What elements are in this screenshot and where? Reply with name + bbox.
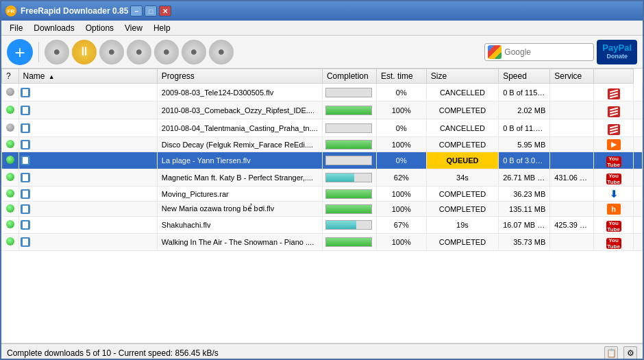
progress-cell xyxy=(322,101,376,119)
service-cell: YouTube xyxy=(594,217,634,234)
maximize-button[interactable]: □ xyxy=(145,5,157,16)
col-header-name[interactable]: Name ▲ xyxy=(18,69,157,84)
status-cell xyxy=(2,137,19,152)
icon-cell-1 xyxy=(18,137,157,152)
search-input[interactable] xyxy=(504,47,593,57)
est-time-cell: COMPLETED xyxy=(426,137,498,152)
service-cell: YouTube xyxy=(594,234,634,251)
table-row[interactable]: 2010-08-03_Comeback_Ozzy_Ripfest_IDE....… xyxy=(2,101,643,119)
status-cell xyxy=(2,119,19,137)
service-h-icon: h xyxy=(607,204,621,215)
file-type-icon xyxy=(21,106,30,115)
menu-view[interactable]: View xyxy=(119,22,148,34)
col-header-progress[interactable]: Progress xyxy=(157,69,322,84)
toolbar-btn-3[interactable]: ● xyxy=(99,40,124,64)
statusbar-text: Complete downloads 5 of 10 - Current spe… xyxy=(7,348,599,358)
extra-cell xyxy=(633,119,642,137)
speed-cell xyxy=(550,152,594,169)
pause-button[interactable]: ⏸ xyxy=(72,40,97,64)
size-cell: 0 B of 115.79 MB xyxy=(499,84,550,101)
toolbar-btn-4[interactable]: ● xyxy=(127,40,151,64)
extra-cell xyxy=(633,137,642,152)
search-area xyxy=(484,43,594,61)
status-dot xyxy=(6,204,14,213)
status-cell xyxy=(2,234,19,251)
table-row[interactable]: Magnetic Man ft. Katy B - Perfect Strang… xyxy=(2,169,643,187)
service-stripe-icon xyxy=(608,124,620,135)
extra-cell xyxy=(633,217,642,234)
menu-downloads[interactable]: Downloads xyxy=(28,22,79,34)
file-name-cell: Walking In The Air - The Snowman - Piano… xyxy=(157,234,322,251)
service-cell xyxy=(594,84,634,101)
file-type-icon xyxy=(21,88,30,97)
extra-cell xyxy=(633,152,642,169)
est-time-cell: CANCELLED xyxy=(426,84,498,101)
menu-options[interactable]: Options xyxy=(80,22,119,34)
col-header-speed[interactable]: Speed xyxy=(499,69,550,84)
menu-file[interactable]: File xyxy=(4,22,28,34)
col-header-completion[interactable]: Completion xyxy=(322,69,376,84)
speed-cell: 425.39 kB/s xyxy=(550,217,594,234)
file-type-icon xyxy=(21,173,30,182)
icon-cell-1 xyxy=(18,187,157,202)
table-row[interactable]: 2010-08-04_Talentmania_Casting_Praha_tn.… xyxy=(2,119,643,137)
toolbar-btn-1[interactable]: ● xyxy=(45,40,69,64)
extra-cell xyxy=(633,101,642,119)
table-row[interactable]: 2009-08-03_Tele124-D300505.flv 0% CANCEL… xyxy=(2,84,643,101)
progress-cell xyxy=(322,152,376,169)
toolbar-btn-6[interactable]: ● xyxy=(182,40,206,64)
icon-cell-1 xyxy=(18,101,157,119)
toolbar-btn-5[interactable]: ● xyxy=(154,40,179,64)
statusbar-icon-1[interactable]: 📋 xyxy=(604,346,618,360)
download-list[interactable]: ? Name ▲ Progress Completion Est. time S… xyxy=(1,69,643,344)
col-header-esttime[interactable]: Est. time xyxy=(376,69,426,84)
menu-help[interactable]: Help xyxy=(148,22,176,34)
service-stripe-icon xyxy=(608,106,620,117)
speed-cell xyxy=(550,202,594,217)
google-icon xyxy=(488,45,501,59)
add-download-button[interactable]: + xyxy=(7,39,33,65)
table-body: 2009-08-03_Tele124-D300505.flv 0% CANCEL… xyxy=(2,84,643,251)
size-cell: 0 B of 3.03 MB xyxy=(499,152,550,169)
donate-label: Donate xyxy=(606,53,628,60)
speed-cell xyxy=(550,187,594,202)
toolbar-separator-1 xyxy=(38,42,39,62)
table-row[interactable]: Shakuhachi.flv 67% 19s 16.07 MB of 23.77… xyxy=(2,217,643,234)
toolbar-btn-7[interactable]: ● xyxy=(209,40,234,64)
minimize-button[interactable]: – xyxy=(130,5,143,16)
completion-cell: 62% xyxy=(376,169,426,187)
statusbar-icon-2[interactable]: ⚙ xyxy=(623,346,637,360)
youtube-icon: YouTube xyxy=(606,238,621,249)
progress-bar xyxy=(325,204,372,214)
col-header-size[interactable]: Size xyxy=(426,69,498,84)
status-dot xyxy=(6,106,14,114)
toolbar: + ● ⏸ ● ● ● ● ● PayPal Donate xyxy=(1,36,643,69)
completion-cell: 100% xyxy=(376,202,426,217)
status-dot xyxy=(6,173,14,181)
file-name-cell: Magnetic Man ft. Katy B - Perfect Strang… xyxy=(157,169,322,187)
col-header-extra xyxy=(594,69,634,84)
progress-cell xyxy=(322,187,376,202)
statusbar: Complete downloads 5 of 10 - Current spe… xyxy=(1,344,643,360)
file-type-icon xyxy=(21,189,30,199)
completion-cell: 100% xyxy=(376,137,426,152)
table-row[interactable]: New Maria ozawa trong bể bơi.flv 100% CO… xyxy=(2,202,643,217)
est-time-cell: QUEUED xyxy=(426,152,498,169)
close-button[interactable]: ✕ xyxy=(159,5,171,16)
file-name-cell: 2009-08-03_Tele124-D300505.flv xyxy=(157,84,322,101)
paypal-donate-button[interactable]: PayPal Donate xyxy=(597,40,637,64)
completion-cell: 100% xyxy=(376,234,426,251)
progress-bar xyxy=(325,106,372,115)
speed-cell xyxy=(550,137,594,152)
table-row[interactable]: La plage - Yann Tiersen.flv 0% QUEUED 0 … xyxy=(2,152,643,169)
file-name-cell: Disco Decay (Felguk Remix_Farace ReEdi..… xyxy=(157,137,322,152)
table-row[interactable]: Walking In The Air - The Snowman - Piano… xyxy=(2,234,643,251)
col-header-service[interactable]: Service xyxy=(550,69,594,84)
completion-cell: 0% xyxy=(376,119,426,137)
table-row[interactable]: Disco Decay (Felguk Remix_Farace ReEdi..… xyxy=(2,137,643,152)
status-cell xyxy=(2,217,19,234)
est-time-cell: 19s xyxy=(426,217,498,234)
col-header-check[interactable]: ? xyxy=(2,69,19,84)
table-row[interactable]: Moving_Pictures.rar 100% COMPLETED 36.23… xyxy=(2,187,643,202)
service-stripe-icon xyxy=(608,88,620,99)
